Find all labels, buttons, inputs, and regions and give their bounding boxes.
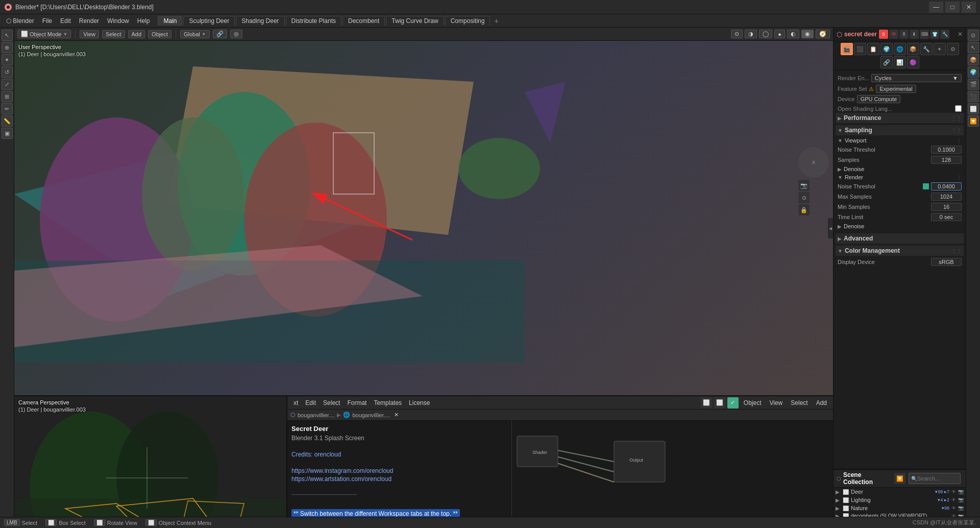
tab-decombent[interactable]: Decombent xyxy=(342,16,385,26)
tab-main[interactable]: Main xyxy=(158,16,182,26)
max-samples-value[interactable]: 1024 xyxy=(931,193,962,201)
icon-s[interactable]: S xyxy=(879,30,888,39)
toolbar-measure[interactable]: 📏 xyxy=(2,115,13,127)
collection-item-deer[interactable]: ▶ ⬜ Deer ▾99 ▸7 👁 📷 xyxy=(834,488,966,496)
ne-checkbox[interactable]: ✓ xyxy=(727,397,739,409)
right-toolbar-select[interactable]: ↖ xyxy=(968,42,979,53)
toolbar-scale[interactable]: ⤢ xyxy=(2,79,13,90)
proportional-edit[interactable]: ◎ xyxy=(230,30,242,38)
prop-icon-scene[interactable]: 🌍 xyxy=(880,43,893,55)
menu-help[interactable]: Help xyxy=(133,16,154,26)
icon-down[interactable]: ⬇ xyxy=(910,30,919,39)
object-menu[interactable]: Object xyxy=(148,30,172,38)
toolbar-move[interactable]: ✦ xyxy=(2,54,13,65)
tab-sculpting-deer[interactable]: Sculpting Deer xyxy=(183,16,235,26)
shading-wireframe[interactable]: ◯ xyxy=(759,30,772,38)
menu-edit[interactable]: Edit xyxy=(56,16,75,26)
shading-solid[interactable]: ● xyxy=(774,30,785,38)
toolbar-add[interactable]: ▣ xyxy=(2,128,13,139)
device-dropdown[interactable]: GPU Compute xyxy=(857,95,901,103)
nature-vis-icon[interactable]: 👁 xyxy=(950,506,957,511)
right-toolbar-object[interactable]: 📦 xyxy=(968,54,979,65)
menu-window[interactable]: Window xyxy=(103,16,133,26)
prop-icon-particles[interactable]: ✦ xyxy=(934,43,946,55)
shading-material[interactable]: ◐ xyxy=(787,30,799,38)
prop-icon-modifier[interactable]: 🔧 xyxy=(920,43,933,55)
ne-view-btn[interactable]: View xyxy=(766,398,786,407)
view-menu[interactable]: View xyxy=(80,30,99,38)
object-mode-dropdown[interactable]: ⬜ Object Mode ▼ xyxy=(17,30,71,38)
right-toolbar-render[interactable]: 🎬 xyxy=(968,79,979,90)
close-panel-btn[interactable]: ✕ xyxy=(958,31,963,38)
close-button[interactable]: ✕ xyxy=(962,2,976,13)
right-toolbar-world[interactable]: 🌍 xyxy=(968,66,979,78)
ne-menu-xt[interactable]: xt xyxy=(290,398,301,407)
script-text-area[interactable]: Secret Deer Blender 3.1 Splash Screen Cr… xyxy=(287,421,512,528)
rotation-gizmo[interactable]: X xyxy=(798,147,829,178)
prop-icon-output[interactable]: ⬛ xyxy=(854,43,866,55)
menu-file[interactable]: File xyxy=(38,16,56,26)
icon-zh[interactable]: 中 xyxy=(889,30,898,39)
viewport-noise-value[interactable]: 0.1000 xyxy=(931,146,962,154)
right-toolbar-view[interactable]: ⊙ xyxy=(968,30,979,41)
collection-item-lighting[interactable]: ▶ ⬜ Lighting ▾4 ▸2 👁 📷 xyxy=(834,496,966,504)
ne-menu-templates[interactable]: Templates xyxy=(371,398,405,407)
icon-settings[interactable]: 🔧 xyxy=(940,30,949,39)
lock-btn[interactable]: 🔒 xyxy=(798,204,810,215)
add-menu[interactable]: Add xyxy=(128,30,145,38)
deer-render-icon[interactable]: 📷 xyxy=(958,489,964,494)
viewport-samples-value[interactable]: 128 xyxy=(931,156,962,164)
collapse-panel-button[interactable]: ◀ xyxy=(828,218,833,238)
ne-icon1[interactable]: ⬜ xyxy=(701,397,712,409)
advanced-header[interactable]: ▶ Advanced xyxy=(836,233,964,244)
right-toolbar-scene[interactable]: ⬜ xyxy=(968,103,979,114)
search-input[interactable] xyxy=(917,475,958,482)
xray-toggle[interactable]: ◑ xyxy=(745,30,757,38)
render-noise-checkbox[interactable] xyxy=(923,183,929,189)
main-viewport[interactable]: User Perspective (1) Deer | bouganvillie… xyxy=(14,41,833,395)
breadcrumb-close[interactable]: ✕ xyxy=(394,412,399,418)
prop-icon-render[interactable]: 🎬 xyxy=(841,43,853,55)
window-controls[interactable]: — □ ✕ xyxy=(929,2,976,13)
maximize-button[interactable]: □ xyxy=(945,2,960,13)
camera-view-btn[interactable]: 📷 xyxy=(798,180,810,191)
breadcrumb-item-1[interactable]: ⬡ xyxy=(290,412,296,418)
icon-keyboard[interactable]: ⌨ xyxy=(920,30,929,39)
display-device-value[interactable]: sRGB xyxy=(931,258,962,266)
camera-viewport[interactable]: Camera Perspective (1) Deer | bouganvill… xyxy=(14,396,287,528)
filter-btn[interactable]: 🔽 xyxy=(894,473,905,484)
denoise2-header[interactable]: ▶ Denoise xyxy=(836,222,964,230)
select-menu[interactable]: Select xyxy=(102,30,125,38)
ne-menu-format[interactable]: Format xyxy=(344,398,370,407)
ne-select-btn[interactable]: Select xyxy=(788,398,811,407)
icon-shirt[interactable]: 👕 xyxy=(930,30,939,39)
time-limit-value[interactable]: 0 sec xyxy=(931,213,962,221)
open-shading-checkbox[interactable] xyxy=(955,105,962,112)
node-canvas[interactable]: Shader Output xyxy=(512,421,833,528)
ne-menu-license[interactable]: License xyxy=(406,398,433,407)
ne-menu-select[interactable]: Select xyxy=(320,398,343,407)
color-management-header[interactable]: ▼ Color Management ⋮⋮ xyxy=(836,246,964,256)
tab-twig-curve-draw[interactable]: Twig Curve Draw xyxy=(386,16,444,26)
tab-distribute-plants[interactable]: Distribute Plants xyxy=(286,16,341,26)
menu-render[interactable]: Render xyxy=(75,16,103,26)
deer-vis-icon[interactable]: 👁 xyxy=(950,489,957,494)
prop-icon-world[interactable]: 🌐 xyxy=(894,43,906,55)
icon-mic[interactable]: 🎙 xyxy=(899,30,909,39)
gizmo-toggle[interactable]: 🧭 xyxy=(816,30,830,38)
add-workspace-button[interactable]: + xyxy=(491,17,501,25)
toolbar-rotate[interactable]: ↺ xyxy=(2,66,13,78)
render-subsection-header[interactable]: ▼ Render ⋮ xyxy=(836,173,964,181)
prop-icon-view-layer[interactable]: 📋 xyxy=(867,43,879,55)
tab-compositing[interactable]: Compositing xyxy=(445,16,491,26)
tab-shading-deer[interactable]: Shading Deer xyxy=(236,16,284,26)
collection-search[interactable]: 🔍 xyxy=(909,473,961,484)
global-dropdown[interactable]: Global ▼ xyxy=(180,30,210,38)
render-noise-value[interactable]: 0.0400 xyxy=(931,182,962,190)
collection-item-nature[interactable]: ▶ ⬜ Nature ▾98 👁 📷 xyxy=(834,504,966,512)
ne-add-btn[interactable]: Add xyxy=(813,398,830,407)
render-engine-dropdown[interactable]: Cycles ▼ xyxy=(871,74,962,82)
min-samples-value[interactable]: 16 xyxy=(931,203,962,211)
overlay-toggle[interactable]: ⊙ xyxy=(731,30,743,38)
prop-icon-object[interactable]: 📦 xyxy=(907,43,919,55)
